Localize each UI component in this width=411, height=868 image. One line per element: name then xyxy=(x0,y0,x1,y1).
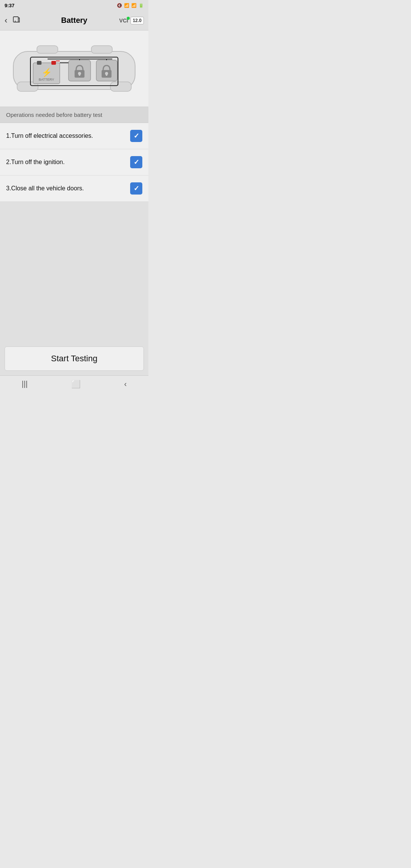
nav-menu-button[interactable]: ||| xyxy=(14,377,35,391)
svg-rect-3 xyxy=(110,82,131,91)
page-wrapper: 9:37 🔇 📶 📶 🔋 ‹ Battery VCI xyxy=(0,0,148,394)
status-time: 9:37 xyxy=(5,3,14,8)
mute-icon: 🔇 xyxy=(117,3,122,8)
vci-badge: VCI xyxy=(119,18,128,24)
bottom-nav: ||| ⬜ ‹ xyxy=(0,375,148,394)
svg-text:⚡: ⚡ xyxy=(41,67,52,78)
nav-back-button[interactable]: ‹ xyxy=(116,377,134,391)
svg-rect-9 xyxy=(51,61,56,65)
svg-text:BATTERY: BATTERY xyxy=(39,78,54,81)
checklist-text-1: 1.Turn off electrical accessories. xyxy=(6,132,130,139)
checkbox-2[interactable] xyxy=(130,156,142,168)
checklist-item-2: 2.Turn off the ignition. xyxy=(0,149,148,176)
main-content: ⚡ BATTERY xyxy=(0,30,148,375)
signal-icon: 📶 xyxy=(131,3,137,8)
checkbox-3[interactable] xyxy=(130,182,142,195)
svg-rect-4 xyxy=(37,46,58,53)
back-button[interactable]: ‹ xyxy=(5,16,7,26)
toolbar-right: VCI 12.0 xyxy=(119,17,144,24)
svg-rect-5 xyxy=(91,46,112,53)
checklist-text-3: 3.Close all the vehicle doors. xyxy=(6,185,130,192)
version-badge: 12.0 xyxy=(131,17,144,24)
status-bar: 9:37 🔇 📶 📶 🔋 xyxy=(0,0,148,11)
toolbar: ‹ Battery VCI 12.0 xyxy=(0,11,148,30)
start-testing-button[interactable]: Start Testing xyxy=(5,346,144,371)
checklist-item-3: 3.Close all the vehicle doors. xyxy=(0,176,148,202)
content-empty-area xyxy=(0,202,148,346)
checkbox-1[interactable] xyxy=(130,130,142,142)
vci-connected-dot xyxy=(127,17,130,20)
status-icons: 🔇 📶 📶 🔋 xyxy=(117,3,144,8)
svg-rect-19 xyxy=(106,73,107,76)
section-header-text: Operations needed before battery test xyxy=(6,112,102,118)
bottom-area: Start Testing xyxy=(0,346,148,375)
svg-rect-15 xyxy=(79,73,80,76)
section-header: Operations needed before battery test xyxy=(0,107,148,123)
checklist-item-1: 1.Turn off electrical accessories. xyxy=(0,123,148,149)
svg-rect-8 xyxy=(37,61,41,65)
toolbar-left: ‹ xyxy=(5,15,21,26)
checklist-text-2: 2.Turn off the ignition. xyxy=(6,159,130,166)
checklist-container: 1.Turn off electrical accessories. 2.Tur… xyxy=(0,123,148,202)
vci-label: VCI xyxy=(119,18,128,24)
export-button[interactable] xyxy=(13,15,21,26)
nav-home-button[interactable]: ⬜ xyxy=(64,377,88,392)
page-title: Battery xyxy=(61,16,88,25)
car-diagram-svg: ⚡ BATTERY xyxy=(10,38,139,99)
car-diagram: ⚡ BATTERY xyxy=(0,30,148,107)
wifi-icon: 📶 xyxy=(124,3,129,8)
svg-rect-0 xyxy=(13,17,18,22)
battery-status-icon: 🔋 xyxy=(139,3,144,8)
